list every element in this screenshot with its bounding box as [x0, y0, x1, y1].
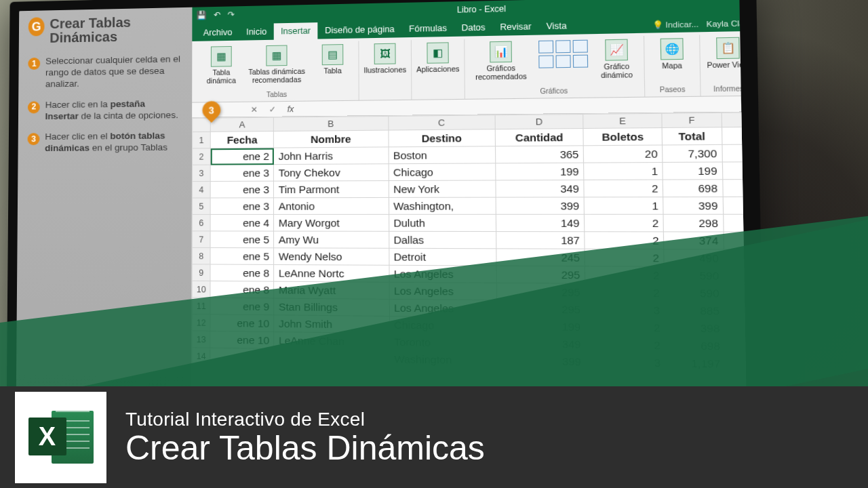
cell[interactable]: Sí	[724, 302, 747, 321]
cell[interactable]: ene 3	[211, 198, 274, 215]
ribbon-tab-insertar[interactable]: Insertar	[274, 22, 318, 40]
window-controls[interactable]: ⋯ — ▢ ✕	[741, 0, 747, 9]
row-header[interactable]: 14	[192, 348, 210, 365]
cell[interactable]: 490	[664, 249, 724, 267]
cell[interactable]: 399	[497, 352, 586, 370]
cell[interactable]: Sí	[723, 214, 747, 232]
cell[interactable]: ene 5	[210, 231, 274, 248]
cell[interactable]: Duluth	[389, 214, 496, 231]
redo-icon[interactable]: ↷	[228, 9, 235, 19]
cell[interactable]: LeAnne Chan	[274, 332, 389, 350]
cell[interactable]: Washington,	[389, 197, 496, 214]
cell[interactable]: 199	[496, 163, 584, 180]
cell[interactable]: ene 3	[211, 165, 274, 182]
save-icon[interactable]: 💾	[197, 10, 207, 20]
cell[interactable]: Los Angeles	[389, 265, 497, 283]
cell[interactable]: 298	[663, 214, 723, 232]
cell[interactable]: 3	[586, 353, 666, 371]
cell[interactable]	[274, 348, 389, 367]
cell[interactable]: Sí	[723, 197, 747, 214]
ribbon-tab-fórmulas[interactable]: Fórmulas	[401, 20, 454, 37]
row-header[interactable]: 2	[193, 148, 211, 165]
cell[interactable]: Amy Wu	[274, 231, 389, 248]
cell[interactable]: 2	[585, 249, 664, 266]
header-cell[interactable]: Boletos	[583, 127, 663, 145]
cell[interactable]: Mary Worgot	[274, 214, 389, 231]
illustrations-button[interactable]: 🖼Ilustraciones	[363, 41, 407, 76]
cell[interactable]: ene 10	[210, 331, 274, 348]
cell[interactable]	[210, 348, 274, 365]
cell[interactable]: Chicago	[389, 316, 497, 334]
cell[interactable]: 245	[496, 249, 585, 266]
pivot-chart-button[interactable]: 📈Gráfico dinámico	[594, 37, 640, 81]
recommended-pivot-button[interactable]: ▦Tablas dinámicas recomendadas	[246, 43, 307, 85]
tell-me[interactable]: 💡 Indicar...	[652, 19, 699, 30]
cancel-icon[interactable]: ✕	[245, 104, 263, 115]
cell[interactable]: 374	[664, 232, 724, 249]
row-header[interactable]: 1	[193, 131, 211, 148]
cell[interactable]: New York	[389, 180, 496, 197]
cell[interactable]: Stan Billings	[274, 298, 389, 317]
enter-icon[interactable]: ✓	[263, 104, 281, 115]
cell[interactable]: Chicago	[389, 163, 496, 181]
row-header[interactable]: 5	[192, 198, 210, 214]
ribbon-options-icon[interactable]: ⋯	[741, 0, 747, 9]
chart-type-grid[interactable]	[537, 39, 590, 70]
cell[interactable]: ene 8	[210, 281, 274, 298]
row-header[interactable]: 12	[192, 314, 210, 331]
cell[interactable]: No	[722, 161, 747, 179]
header-cell[interactable]: Total	[662, 127, 722, 145]
header-cell[interactable]: Comisión	[722, 126, 747, 144]
cell[interactable]: No	[725, 319, 747, 338]
ribbon-tab-inicio[interactable]: Inicio	[239, 23, 274, 40]
sheet-tab-ventas[interactable]: Ventas	[211, 399, 262, 413]
cell[interactable]: 2	[585, 232, 664, 249]
cell[interactable]: 295	[497, 300, 586, 319]
row-header[interactable]: 7	[192, 231, 210, 248]
cell[interactable]: 2	[586, 336, 665, 354]
cell[interactable]: Maria Wyatt	[274, 281, 389, 299]
header-cell[interactable]: Fecha	[211, 131, 274, 148]
cell[interactable]: 398	[665, 319, 726, 338]
quick-access-toolbar[interactable]: 💾 ↶ ↷	[197, 9, 235, 20]
cell[interactable]: No	[724, 249, 747, 268]
cell[interactable]: 698	[663, 180, 723, 197]
cell[interactable]: John Harris	[274, 147, 389, 165]
cell[interactable]: Los Angeles	[389, 282, 497, 300]
cell[interactable]: ene 9	[210, 298, 274, 315]
cell[interactable]: 1	[584, 163, 663, 180]
cell[interactable]: Dallas	[389, 231, 496, 248]
cell[interactable]: 2	[585, 266, 665, 284]
row-header[interactable]: 13	[192, 331, 210, 348]
cell[interactable]: No	[722, 179, 747, 197]
cell[interactable]: John Smith	[274, 315, 389, 333]
cell[interactable]: 2	[584, 180, 663, 197]
cell[interactable]: Tim Parmont	[274, 181, 389, 198]
cell[interactable]: Washington	[389, 350, 497, 369]
row-header[interactable]: 11	[192, 298, 210, 314]
select-all-cell[interactable]	[193, 118, 211, 132]
cell[interactable]: Toronto	[389, 333, 497, 352]
fx-icon[interactable]: fx	[281, 104, 299, 114]
cell[interactable]: Sí	[722, 144, 747, 162]
row-header[interactable]: 8	[192, 247, 210, 264]
cell[interactable]: ene 4	[210, 214, 273, 231]
cell[interactable]: ene 5	[210, 247, 274, 264]
col-header[interactable]: D	[495, 114, 583, 129]
col-header[interactable]: G	[722, 112, 747, 127]
col-header[interactable]: C	[388, 115, 495, 130]
cell[interactable]: 885	[665, 302, 725, 320]
cell[interactable]: 399	[663, 197, 723, 214]
cell[interactable]: 295	[496, 283, 585, 300]
cell[interactable]: 149	[496, 214, 585, 231]
cell[interactable]: 7,300	[663, 144, 722, 162]
ribbon-tab-diseño-de-página[interactable]: Diseño de página	[318, 21, 402, 39]
pivot-table-button[interactable]: ▦Tabla dinámica	[200, 45, 242, 87]
cell[interactable]: 20	[583, 145, 663, 163]
cell[interactable]: Sí	[726, 354, 747, 373]
cell[interactable]: 399	[496, 197, 584, 214]
cell[interactable]: 349	[497, 334, 586, 352]
ribbon-tab-datos[interactable]: Datos	[454, 19, 493, 37]
row-header[interactable]: 3	[192, 165, 210, 182]
cell[interactable]: 199	[663, 162, 722, 180]
